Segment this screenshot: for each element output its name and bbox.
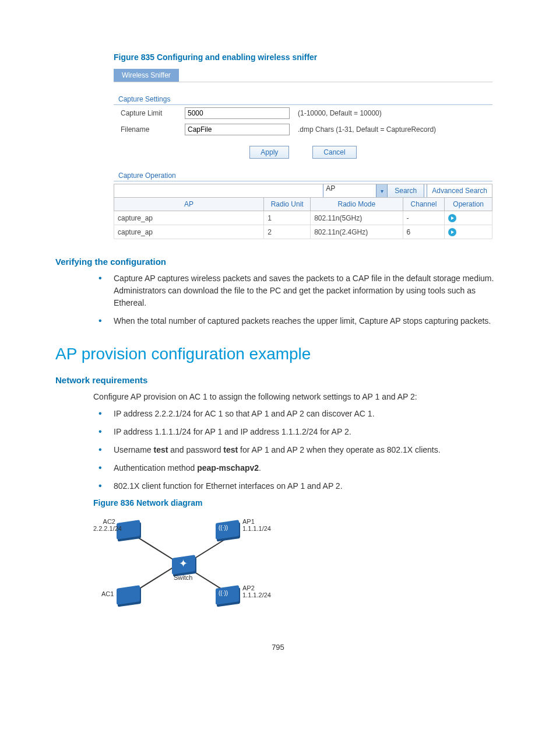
play-icon[interactable]	[448, 214, 456, 222]
apply-cancel-row: Apply Cancel	[114, 146, 492, 159]
filename-label: Filename	[121, 125, 185, 134]
cell-operation	[445, 211, 492, 225]
diagram-node-ap1	[216, 520, 239, 540]
table-header-row: AP Radio Unit Radio Mode Channel Operati…	[114, 198, 492, 211]
diagram-label-ap1: AP11.1.1.1/24	[242, 518, 271, 532]
cancel-button[interactable]: Cancel	[312, 146, 356, 159]
diagram-label-ac2: AC22.2.2.1/24	[93, 518, 115, 532]
netreq-list: IP address 2.2.2.1/24 for AC 1 so that A…	[55, 408, 501, 492]
capture-limit-hint: (1-10000, Default = 10000)	[298, 109, 382, 117]
col-ap[interactable]: AP	[114, 198, 264, 211]
figure-835-caption: Figure 835 Configuring and enabling wire…	[55, 52, 501, 62]
capture-limit-input[interactable]	[185, 107, 290, 119]
diagram-node-ac1	[117, 585, 140, 605]
cell-radio-mode: 802.11n(2.4GHz)	[311, 225, 403, 239]
table-row: capture_ap 1 802.11n(5GHz) -	[114, 211, 492, 225]
list-item: Capture AP captures wireless packets and…	[114, 272, 501, 309]
list-item: IP address 1.1.1.1/24 for AP 1 and IP ad…	[114, 426, 501, 438]
network-requirements-heading: Network requirements	[55, 375, 501, 385]
capture-limit-label: Capture Limit	[121, 109, 185, 117]
capture-limit-row: Capture Limit (1-10000, Default = 10000)	[114, 105, 492, 121]
cell-radio-unit: 1	[264, 211, 311, 225]
col-radio-mode[interactable]: Radio Mode	[311, 198, 403, 211]
tab-wireless-sniffer[interactable]: Wireless Sniffer	[114, 69, 179, 82]
apply-button[interactable]: Apply	[249, 146, 289, 159]
capture-settings-label: Capture Settings	[114, 95, 492, 105]
list-item: Username test and password test for AP 1…	[114, 444, 501, 456]
cell-ap: capture_ap	[114, 211, 264, 225]
diagram-label-ap2: AP21.1.1.2/24	[242, 584, 271, 598]
chevron-down-icon[interactable]: ▾	[376, 184, 388, 197]
page-number: 795	[55, 643, 501, 652]
diagram-label-switch: Switch	[174, 574, 192, 581]
cell-ap: capture_ap	[114, 225, 264, 239]
verifying-heading: Verifying the configuration	[55, 257, 501, 267]
capture-operation-label: Capture Operation	[114, 172, 492, 181]
search-input[interactable]	[114, 185, 323, 197]
col-radio-unit[interactable]: Radio Unit	[264, 198, 311, 211]
list-item: When the total number of captured packet…	[114, 315, 501, 327]
col-operation[interactable]: Operation	[445, 198, 492, 211]
cell-channel: -	[403, 211, 445, 225]
cell-radio-unit: 2	[264, 225, 311, 239]
search-scope-select[interactable]: AP	[323, 184, 376, 197]
sniffer-screenshot: Wireless Sniffer Capture Settings Captur…	[114, 69, 492, 239]
filename-hint: .dmp Chars (1-31, Default = CaptureRecor…	[298, 125, 436, 134]
search-bar: 🔍 AP ▾ Search Advanced Search	[114, 184, 492, 197]
play-icon[interactable]	[448, 228, 456, 236]
filename-input[interactable]	[185, 124, 290, 135]
tab-bar: Wireless Sniffer	[114, 69, 492, 82]
diagram-node-switch	[172, 555, 195, 575]
cell-operation	[445, 225, 492, 239]
filename-row: Filename .dmp Chars (1-31, Default = Cap…	[114, 121, 492, 138]
verifying-list: Capture AP captures wireless packets and…	[55, 272, 501, 327]
cell-radio-mode: 802.11n(5GHz)	[311, 211, 403, 225]
advanced-search-link[interactable]: Advanced Search	[427, 184, 492, 197]
network-diagram: AC22.2.2.1/24 AP11.1.1.1/24 Switch AC1 A…	[93, 514, 268, 608]
ap-provision-heading: AP provision configuration example	[55, 345, 501, 363]
table-row: capture_ap 2 802.11n(2.4GHz) 6	[114, 225, 492, 239]
ap-table: AP Radio Unit Radio Mode Channel Operati…	[114, 197, 492, 239]
search-button[interactable]: Search	[388, 184, 424, 197]
col-channel[interactable]: Channel	[403, 198, 445, 211]
list-item: 802.1X client function for Ethernet inte…	[114, 480, 501, 492]
cell-channel: 6	[403, 225, 445, 239]
diagram-label-ac1: AC1	[101, 590, 114, 597]
diagram-node-ap2	[216, 585, 239, 605]
list-item: IP address 2.2.2.1/24 for AC 1 so that A…	[114, 408, 501, 420]
figure-836-caption: Figure 836 Network diagram	[55, 498, 501, 508]
list-item: Authentication method peap-mschapv2.	[114, 462, 501, 474]
netreq-intro: Configure AP provision on AC 1 to assign…	[55, 391, 501, 403]
